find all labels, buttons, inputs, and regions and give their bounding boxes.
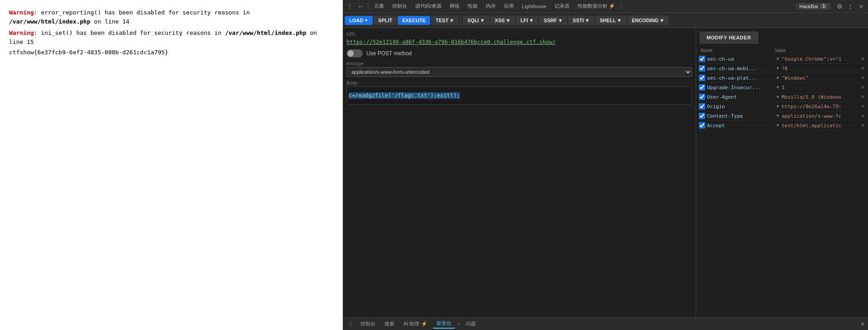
header-close-7[interactable]: ×: [860, 122, 865, 129]
enctype-select[interactable]: application/x-www-form-urlencodedmultipa…: [346, 67, 692, 77]
header-close-2[interactable]: ×: [860, 75, 865, 81]
header-checkbox-4[interactable]: [699, 94, 705, 100]
header-name-6[interactable]: [707, 113, 774, 119]
header-checkbox-7[interactable]: [699, 122, 705, 129]
header-dropdown-arrow-5[interactable]: ▼: [776, 104, 780, 109]
topbar-separator-2: [621, 3, 621, 10]
header-name-2[interactable]: [707, 75, 774, 81]
devtools-panel: ⋮ ↔ 元素 控制台 源代码/来源 网络 性能 内存 应用 Lighthouse…: [343, 0, 868, 330]
header-name-4[interactable]: [707, 94, 774, 100]
tab-performance[interactable]: 性能: [464, 1, 481, 11]
header-dropdown-arrow-3[interactable]: ▼: [776, 85, 780, 90]
hackbar-badge: 1: [820, 4, 827, 9]
body-field[interactable]: c=readgzfile('/flagc.txt');exit();: [346, 86, 692, 105]
header-checkbox-5[interactable]: [699, 103, 705, 110]
tab-application[interactable]: 应用: [500, 1, 517, 11]
hackbar-main: URL Use POST method enctype application/…: [343, 28, 868, 317]
header-row: ▼×: [699, 54, 865, 64]
load-caret: ▼: [364, 18, 368, 23]
header-value-5[interactable]: [782, 104, 859, 110]
tab-sources[interactable]: 源代码/来源: [412, 1, 445, 11]
lfi-button[interactable]: LFI▼: [516, 16, 538, 25]
bottom-tab-issues[interactable]: 问题: [462, 320, 479, 328]
header-dropdown-arrow-1[interactable]: ▼: [776, 66, 780, 71]
split-button[interactable]: SPLIT: [374, 16, 397, 25]
header-value-2[interactable]: [782, 75, 859, 81]
header-checkbox-6[interactable]: [699, 113, 705, 119]
header-value-4[interactable]: [782, 94, 859, 100]
tab-recorder[interactable]: 记录器: [551, 1, 573, 11]
bottombar-close-icon[interactable]: ×: [861, 320, 864, 328]
new-tab-close-icon[interactable]: ×: [458, 321, 460, 327]
test-button[interactable]: TEST▼: [431, 16, 459, 25]
sqli-button[interactable]: SQLI▼: [463, 16, 489, 25]
execute-button[interactable]: EXECUTE: [398, 16, 430, 25]
lfi-caret: ▼: [529, 18, 534, 23]
encoding-button[interactable]: ENCODING▼: [627, 16, 669, 25]
header-value-3[interactable]: [782, 85, 859, 91]
devtools-undock-icon[interactable]: ↔: [356, 1, 365, 11]
test-caret: ▼: [449, 18, 454, 23]
hackbar-left-column: URL Use POST method enctype application/…: [343, 28, 696, 317]
tab-perf-insights[interactable]: 性能数据分析 ⚡: [574, 1, 619, 11]
post-toggle[interactable]: [346, 49, 363, 57]
header-close-1[interactable]: ×: [860, 65, 865, 72]
tab-elements[interactable]: 元素: [370, 1, 388, 11]
body-section: Body c=readgzfile('/flagc.txt');exit();: [346, 81, 692, 105]
header-close-0[interactable]: ×: [860, 56, 865, 62]
enctype-label: enctype: [346, 61, 692, 66]
header-close-3[interactable]: ×: [860, 84, 865, 91]
bottom-menu-icon[interactable]: ⋮: [346, 320, 355, 327]
warning-label-2: Warning: [9, 29, 34, 36]
devtools-more-icon[interactable]: ⋮: [845, 1, 855, 11]
header-checkbox-2[interactable]: [699, 75, 705, 81]
bottom-tab-ai[interactable]: AI 助理 ⚡: [400, 320, 431, 328]
header-close-4[interactable]: ×: [860, 94, 865, 100]
tab-memory[interactable]: 内存: [482, 1, 499, 11]
header-checkbox-0[interactable]: [699, 56, 705, 62]
header-name-1[interactable]: [707, 66, 774, 72]
xss-button[interactable]: XSS▼: [490, 16, 515, 25]
devtools-settings-icon[interactable]: ⚙: [835, 1, 844, 11]
bottom-tab-console[interactable]: 控制台: [357, 320, 379, 328]
xss-caret: ▼: [506, 18, 511, 23]
header-row: ▼×: [699, 64, 865, 73]
bottom-tab-search[interactable]: 搜索: [381, 320, 398, 328]
hackbar-tab[interactable]: HackBar 1: [796, 3, 831, 10]
tab-network[interactable]: 网络: [446, 1, 463, 11]
ssti-button[interactable]: SSTI▼: [568, 16, 594, 25]
devtools-bottombar: ⋮ 控制台 搜索 AI 助理 ⚡ 新变化 × 问题 ×: [343, 317, 868, 330]
header-value-7[interactable]: [782, 123, 859, 129]
header-close-6[interactable]: ×: [860, 113, 865, 119]
url-label: URL: [346, 32, 692, 37]
shell-button[interactable]: SHELL▼: [595, 16, 626, 25]
tab-console[interactable]: 控制台: [389, 1, 411, 11]
header-dropdown-arrow-4[interactable]: ▼: [776, 95, 780, 99]
left-panel: Warning: error_reporting() has been disa…: [0, 0, 343, 330]
header-value-6[interactable]: [782, 113, 859, 119]
header-value-0[interactable]: [782, 56, 859, 62]
header-name-7[interactable]: [707, 123, 774, 129]
header-name-5[interactable]: [707, 104, 774, 110]
ssrf-caret: ▼: [558, 18, 563, 23]
header-dropdown-arrow-0[interactable]: ▼: [776, 57, 780, 61]
url-input[interactable]: [346, 39, 692, 45]
header-dropdown-arrow-2[interactable]: ▼: [776, 76, 780, 80]
bottom-tab-new[interactable]: 新变化: [433, 319, 455, 329]
load-button[interactable]: LOAD▼: [345, 16, 373, 25]
header-name-3[interactable]: [707, 85, 774, 91]
header-dropdown-arrow-7[interactable]: ▼: [776, 123, 780, 128]
warning-line-num-2: 15: [27, 38, 34, 45]
header-name-0[interactable]: [707, 56, 774, 62]
modify-header-button[interactable]: MODIFY HEADER: [700, 32, 758, 43]
warning-1: Warning: error_reporting() has been disa…: [9, 8, 333, 26]
devtools-close-icon[interactable]: ×: [856, 1, 866, 11]
header-close-5[interactable]: ×: [860, 103, 865, 110]
tab-lighthouse[interactable]: Lighthouse: [518, 2, 550, 10]
header-checkbox-3[interactable]: [699, 84, 705, 91]
devtools-menu-icon[interactable]: ⋮: [345, 1, 355, 11]
ssrf-button[interactable]: SSRF▼: [539, 16, 567, 25]
header-checkbox-1[interactable]: [699, 65, 705, 72]
header-value-1[interactable]: [782, 66, 859, 72]
header-dropdown-arrow-6[interactable]: ▼: [776, 114, 780, 118]
